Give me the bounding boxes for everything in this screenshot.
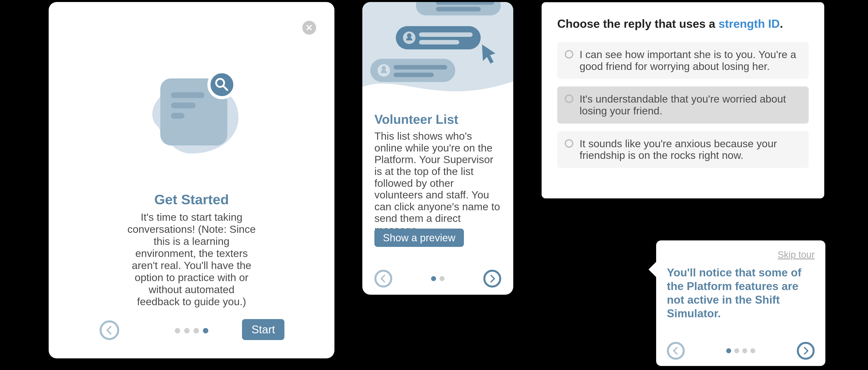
back-arrow-icon[interactable] <box>667 342 685 360</box>
volunteer-list-illustration <box>362 2 513 100</box>
radio-icon <box>565 139 573 148</box>
svg-rect-9 <box>436 2 494 5</box>
volunteer-list-body: This list shows who's online while you'r… <box>374 130 501 236</box>
svg-rect-15 <box>419 40 459 45</box>
radio-icon <box>565 94 573 103</box>
prompt-highlight: strength ID <box>718 17 780 30</box>
svg-point-4 <box>209 72 235 97</box>
show-preview-button[interactable]: Show a preview <box>374 229 464 247</box>
quiz-option-1[interactable]: I can see how important she is to you. Y… <box>557 42 809 79</box>
get-started-illustration <box>133 64 250 163</box>
svg-point-13 <box>407 33 411 38</box>
close-icon[interactable]: ✕ <box>302 21 316 35</box>
quiz-option-label: It sounds like you're anxious because yo… <box>580 138 777 161</box>
svg-rect-1 <box>171 92 205 98</box>
quiz-option-2[interactable]: It's understandable that you're worried … <box>557 86 809 123</box>
svg-rect-14 <box>419 32 473 37</box>
svg-rect-10 <box>436 7 480 11</box>
pagination-dots <box>726 348 755 353</box>
svg-point-18 <box>381 66 386 70</box>
next-arrow-icon[interactable] <box>797 342 815 360</box>
back-arrow-icon[interactable] <box>374 270 392 288</box>
svg-rect-19 <box>394 65 447 69</box>
prompt-prefix: Choose the reply that uses a <box>557 17 718 30</box>
volunteer-list-title: Volunteer List <box>374 112 458 127</box>
prompt-suffix: . <box>780 17 783 30</box>
pagination-dots <box>175 328 208 333</box>
quiz-choices: I can see how important she is to you. Y… <box>557 42 809 168</box>
quiz-option-3[interactable]: It sounds like you're anxious because yo… <box>557 131 809 168</box>
pagination-dots <box>431 276 444 281</box>
skip-tour-link[interactable]: Skip tour <box>778 249 815 260</box>
get-started-title: Get Started <box>49 192 335 207</box>
next-arrow-icon[interactable] <box>483 270 501 288</box>
start-button[interactable]: Start <box>242 319 284 340</box>
quiz-option-label: It's understandable that you're worried … <box>580 93 786 117</box>
get-started-card: ✕ Get Started It's time to start taking … <box>49 2 335 359</box>
quiz-option-label: I can see how important she is to you. Y… <box>580 49 796 72</box>
tour-nav <box>656 342 825 360</box>
tour-bubble: Skip tour You'll notice that some of the… <box>656 240 825 366</box>
radio-icon <box>565 50 573 59</box>
tour-body: You'll notice that some of the Platform … <box>667 266 815 320</box>
quiz-card: Choose the reply that uses a strength ID… <box>541 2 824 198</box>
svg-rect-2 <box>171 103 195 108</box>
svg-rect-3 <box>171 113 184 119</box>
svg-rect-20 <box>394 73 434 77</box>
volunteer-list-card: Volunteer List This list shows who's onl… <box>362 2 513 295</box>
back-arrow-icon[interactable] <box>99 320 119 340</box>
quiz-prompt: Choose the reply that uses a strength ID… <box>557 17 809 30</box>
volunteer-list-nav <box>362 270 513 288</box>
get-started-body: It's time to start taking conversations!… <box>127 211 256 308</box>
